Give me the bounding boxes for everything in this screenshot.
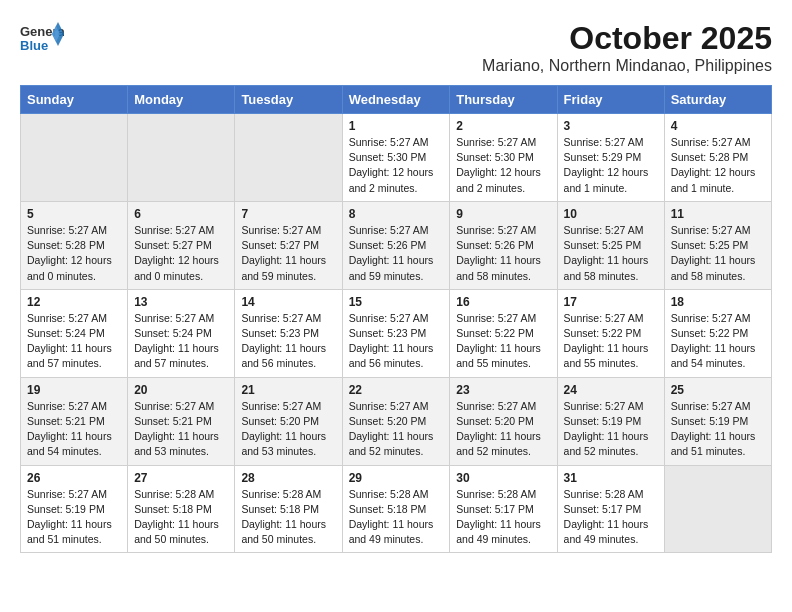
day-info: Sunrise: 5:27 AMSunset: 5:29 PMDaylight:… [564,135,658,196]
day-number: 19 [27,383,121,397]
calendar-cell: 22Sunrise: 5:27 AMSunset: 5:20 PMDayligh… [342,377,450,465]
calendar-week-4: 19Sunrise: 5:27 AMSunset: 5:21 PMDayligh… [21,377,772,465]
day-number: 6 [134,207,228,221]
calendar-cell: 2Sunrise: 5:27 AMSunset: 5:30 PMDaylight… [450,114,557,202]
day-info: Sunrise: 5:27 AMSunset: 5:20 PMDaylight:… [349,399,444,460]
calendar-cell: 8Sunrise: 5:27 AMSunset: 5:26 PMDaylight… [342,201,450,289]
calendar-cell: 7Sunrise: 5:27 AMSunset: 5:27 PMDaylight… [235,201,342,289]
calendar-cell: 27Sunrise: 5:28 AMSunset: 5:18 PMDayligh… [128,465,235,553]
calendar-cell: 21Sunrise: 5:27 AMSunset: 5:20 PMDayligh… [235,377,342,465]
calendar-cell: 26Sunrise: 5:27 AMSunset: 5:19 PMDayligh… [21,465,128,553]
day-info: Sunrise: 5:27 AMSunset: 5:24 PMDaylight:… [134,311,228,372]
col-friday: Friday [557,86,664,114]
day-number: 14 [241,295,335,309]
day-info: Sunrise: 5:27 AMSunset: 5:22 PMDaylight:… [564,311,658,372]
day-number: 3 [564,119,658,133]
calendar-cell: 9Sunrise: 5:27 AMSunset: 5:26 PMDaylight… [450,201,557,289]
col-sunday: Sunday [21,86,128,114]
day-number: 8 [349,207,444,221]
svg-text:Blue: Blue [20,38,48,53]
calendar-cell: 6Sunrise: 5:27 AMSunset: 5:27 PMDaylight… [128,201,235,289]
calendar-cell: 10Sunrise: 5:27 AMSunset: 5:25 PMDayligh… [557,201,664,289]
day-info: Sunrise: 5:27 AMSunset: 5:28 PMDaylight:… [671,135,765,196]
day-number: 28 [241,471,335,485]
calendar-cell: 19Sunrise: 5:27 AMSunset: 5:21 PMDayligh… [21,377,128,465]
day-info: Sunrise: 5:27 AMSunset: 5:19 PMDaylight:… [564,399,658,460]
page: General Blue October 2025 Mariano, North… [0,0,792,563]
calendar-cell: 4Sunrise: 5:27 AMSunset: 5:28 PMDaylight… [664,114,771,202]
day-info: Sunrise: 5:27 AMSunset: 5:27 PMDaylight:… [134,223,228,284]
day-number: 30 [456,471,550,485]
day-info: Sunrise: 5:27 AMSunset: 5:19 PMDaylight:… [671,399,765,460]
logo-icon: General Blue [20,20,64,58]
calendar-week-3: 12Sunrise: 5:27 AMSunset: 5:24 PMDayligh… [21,289,772,377]
calendar-cell: 12Sunrise: 5:27 AMSunset: 5:24 PMDayligh… [21,289,128,377]
day-info: Sunrise: 5:27 AMSunset: 5:26 PMDaylight:… [456,223,550,284]
calendar-cell: 29Sunrise: 5:28 AMSunset: 5:18 PMDayligh… [342,465,450,553]
calendar-week-5: 26Sunrise: 5:27 AMSunset: 5:19 PMDayligh… [21,465,772,553]
day-number: 9 [456,207,550,221]
calendar-cell: 20Sunrise: 5:27 AMSunset: 5:21 PMDayligh… [128,377,235,465]
day-info: Sunrise: 5:27 AMSunset: 5:20 PMDaylight:… [241,399,335,460]
day-number: 20 [134,383,228,397]
calendar-cell [235,114,342,202]
calendar-table: Sunday Monday Tuesday Wednesday Thursday… [20,85,772,553]
day-number: 7 [241,207,335,221]
calendar-cell: 14Sunrise: 5:27 AMSunset: 5:23 PMDayligh… [235,289,342,377]
calendar-week-1: 1Sunrise: 5:27 AMSunset: 5:30 PMDaylight… [21,114,772,202]
calendar-week-2: 5Sunrise: 5:27 AMSunset: 5:28 PMDaylight… [21,201,772,289]
day-info: Sunrise: 5:27 AMSunset: 5:21 PMDaylight:… [134,399,228,460]
day-number: 26 [27,471,121,485]
col-tuesday: Tuesday [235,86,342,114]
calendar-cell: 25Sunrise: 5:27 AMSunset: 5:19 PMDayligh… [664,377,771,465]
calendar-cell: 31Sunrise: 5:28 AMSunset: 5:17 PMDayligh… [557,465,664,553]
day-info: Sunrise: 5:27 AMSunset: 5:30 PMDaylight:… [349,135,444,196]
calendar-cell: 24Sunrise: 5:27 AMSunset: 5:19 PMDayligh… [557,377,664,465]
day-info: Sunrise: 5:28 AMSunset: 5:18 PMDaylight:… [134,487,228,548]
day-number: 25 [671,383,765,397]
day-info: Sunrise: 5:27 AMSunset: 5:25 PMDaylight:… [671,223,765,284]
day-number: 10 [564,207,658,221]
day-info: Sunrise: 5:27 AMSunset: 5:21 PMDaylight:… [27,399,121,460]
day-number: 31 [564,471,658,485]
day-number: 27 [134,471,228,485]
day-number: 24 [564,383,658,397]
day-number: 16 [456,295,550,309]
calendar-cell: 17Sunrise: 5:27 AMSunset: 5:22 PMDayligh… [557,289,664,377]
logo: General Blue [20,20,64,58]
month-title: October 2025 [482,20,772,57]
day-info: Sunrise: 5:27 AMSunset: 5:20 PMDaylight:… [456,399,550,460]
day-number: 18 [671,295,765,309]
calendar-cell: 28Sunrise: 5:28 AMSunset: 5:18 PMDayligh… [235,465,342,553]
day-number: 2 [456,119,550,133]
calendar-cell: 1Sunrise: 5:27 AMSunset: 5:30 PMDaylight… [342,114,450,202]
day-number: 22 [349,383,444,397]
day-number: 12 [27,295,121,309]
col-monday: Monday [128,86,235,114]
day-number: 13 [134,295,228,309]
day-info: Sunrise: 5:28 AMSunset: 5:18 PMDaylight:… [241,487,335,548]
calendar-cell: 15Sunrise: 5:27 AMSunset: 5:23 PMDayligh… [342,289,450,377]
day-info: Sunrise: 5:28 AMSunset: 5:18 PMDaylight:… [349,487,444,548]
day-info: Sunrise: 5:28 AMSunset: 5:17 PMDaylight:… [456,487,550,548]
calendar-cell [664,465,771,553]
location-title: Mariano, Northern Mindanao, Philippines [482,57,772,75]
header: General Blue October 2025 Mariano, North… [20,20,772,75]
calendar-cell [21,114,128,202]
day-info: Sunrise: 5:27 AMSunset: 5:28 PMDaylight:… [27,223,121,284]
day-info: Sunrise: 5:27 AMSunset: 5:23 PMDaylight:… [349,311,444,372]
col-thursday: Thursday [450,86,557,114]
day-number: 17 [564,295,658,309]
day-number: 11 [671,207,765,221]
day-number: 1 [349,119,444,133]
calendar-cell: 11Sunrise: 5:27 AMSunset: 5:25 PMDayligh… [664,201,771,289]
day-info: Sunrise: 5:27 AMSunset: 5:24 PMDaylight:… [27,311,121,372]
day-info: Sunrise: 5:27 AMSunset: 5:22 PMDaylight:… [456,311,550,372]
calendar-cell: 18Sunrise: 5:27 AMSunset: 5:22 PMDayligh… [664,289,771,377]
day-info: Sunrise: 5:27 AMSunset: 5:22 PMDaylight:… [671,311,765,372]
day-info: Sunrise: 5:27 AMSunset: 5:19 PMDaylight:… [27,487,121,548]
day-number: 21 [241,383,335,397]
calendar-cell: 3Sunrise: 5:27 AMSunset: 5:29 PMDaylight… [557,114,664,202]
col-wednesday: Wednesday [342,86,450,114]
title-block: October 2025 Mariano, Northern Mindanao,… [482,20,772,75]
